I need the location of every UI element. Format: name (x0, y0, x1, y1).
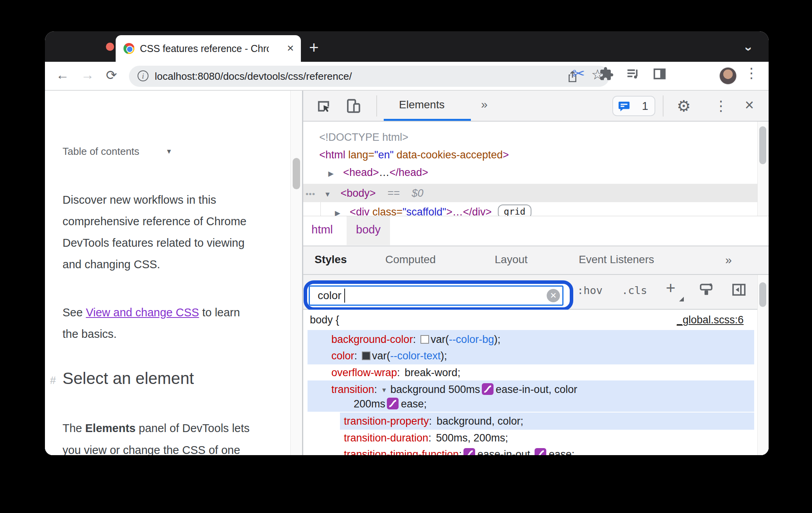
chrome-logo-icon (123, 43, 134, 54)
new-style-rule-dropdown-icon[interactable] (679, 297, 684, 301)
more-sidebar-tabs-icon[interactable]: » (725, 253, 732, 267)
see-also-paragraph: See View and change CSS to learn the bas… (63, 302, 281, 345)
new-style-rule-icon[interactable]: + (666, 279, 676, 298)
sidebar-tabs: Styles Computed Layout Event Listeners » (303, 246, 769, 275)
css-declaration-overflow-wrap[interactable]: overflow-wrap:break-word; (331, 364, 460, 381)
stylesheet-source-link[interactable]: _global.scss:6 (677, 311, 744, 328)
browser-window: CSS features reference - Chrom × + › ← →… (45, 31, 769, 455)
elements-paragraph: The Elements panel of DevTools lets you … (63, 417, 281, 455)
dom-tree-scrollbar[interactable] (757, 122, 769, 216)
extensions-puzzle-icon[interactable] (599, 66, 617, 84)
inspect-element-icon[interactable] (315, 98, 332, 114)
active-tab-underline (384, 119, 471, 121)
css-declaration-transition-timing-function[interactable]: transition-timing-function:ease-in-out,e… (344, 446, 574, 455)
toolbar-divider (376, 95, 377, 117)
css-declaration-background-color[interactable]: background-color:var(--color-bg); (331, 331, 501, 348)
browser-menu-icon[interactable]: ⋮ (744, 65, 762, 83)
dom-breadcrumbs: html body (303, 216, 769, 246)
dom-node-html[interactable]: <html lang="en" data-cookies-accepted> (303, 146, 757, 163)
styles-filter-row: ✕ :hov .cls + (303, 275, 769, 310)
breadcrumb-html[interactable]: html (311, 223, 333, 236)
settings-gear-icon[interactable]: ⚙ (677, 97, 691, 115)
breadcrumb-body[interactable]: body (347, 216, 390, 245)
bezier-editor-icon[interactable] (387, 398, 399, 409)
clear-filter-icon[interactable]: ✕ (547, 289, 560, 302)
reload-icon[interactable]: ⟳ (106, 67, 117, 83)
tab-event-listeners[interactable]: Event Listeners (579, 253, 654, 266)
styles-pane: body { _global.scss:6 background-color:v… (303, 310, 757, 455)
forward-icon[interactable]: → (81, 67, 94, 83)
tab-close-icon[interactable]: × (287, 41, 294, 55)
dom-node-doctype[interactable]: <!DOCTYPE html> (303, 128, 757, 146)
address-bar: ← → ⟳ i localhost:8080/docs/devtools/css… (45, 62, 769, 91)
styles-pane-scrollbar-thumb[interactable] (759, 282, 766, 307)
css-declaration-color[interactable]: color:var(--color-text); (331, 347, 447, 364)
expand-shorthand-icon[interactable]: ▼ (381, 387, 387, 393)
toc-dropdown-icon[interactable]: ▼ (166, 148, 172, 156)
scissors-extension-icon[interactable]: ✂ (572, 65, 590, 83)
computed-styles-sidebar-icon[interactable] (731, 282, 747, 298)
page-vertical-scrollbar-thumb[interactable] (293, 158, 300, 189)
playlist-extension-icon[interactable] (626, 66, 644, 84)
page-content: Table of contents ▼ Discover new workflo… (45, 91, 302, 455)
devtools-menu-icon[interactable]: ⋮ (714, 98, 728, 114)
heading-anchor-hash[interactable]: # (50, 375, 56, 387)
tab-styles[interactable]: Styles (315, 253, 347, 266)
new-tab-button[interactable]: + (309, 38, 319, 57)
devtools-panel: Elements » 1 ⚙ ⋮ × (303, 91, 769, 455)
side-panel-icon[interactable] (652, 66, 670, 84)
devtools-toolbar: Elements » 1 ⚙ ⋮ × (303, 91, 769, 122)
page-vertical-scrollbar[interactable] (290, 91, 302, 455)
issues-bubble-icon (618, 100, 630, 112)
tab-search-chevron-icon[interactable]: › (742, 47, 757, 51)
collapse-arrow-icon[interactable]: ▼ (324, 190, 331, 198)
css-declaration-transition-property[interactable]: transition-property:background, color; (344, 413, 523, 430)
tab-elements[interactable]: Elements (399, 99, 445, 111)
toggle-pseudo-class-button[interactable]: :hov (577, 284, 603, 296)
content-area: Table of contents ▼ Discover new workflo… (45, 91, 769, 455)
url-text: localhost:8080/docs/devtools/css/referen… (155, 70, 352, 83)
styles-filter-input[interactable] (309, 285, 563, 306)
back-icon[interactable]: ← (56, 67, 69, 83)
tab-title: CSS features reference - Chrom (140, 43, 269, 54)
titlebar: CSS features reference - Chrom × + › (45, 31, 769, 62)
table-of-contents-toggle[interactable]: Table of contents (63, 145, 140, 158)
profile-avatar[interactable] (719, 67, 737, 84)
dom-node-body-selected[interactable]: ••• ▼ <body> == $0 (303, 184, 757, 202)
bezier-editor-icon[interactable] (463, 448, 475, 455)
browser-tab[interactable]: CSS features reference - Chrom × (116, 35, 301, 62)
color-swatch[interactable] (362, 352, 370, 360)
css-declaration-transition-wrap[interactable]: 200msease; (354, 395, 427, 413)
dom-tree-scrollbar-thumb[interactable] (759, 126, 766, 164)
expand-arrow-icon[interactable]: ▶ (328, 170, 334, 178)
dom-gutter-dots-icon[interactable]: ••• (306, 189, 315, 198)
device-toolbar-icon[interactable] (345, 98, 361, 114)
intro-paragraph: Discover new workflows in this comprehen… (63, 189, 281, 275)
issues-button[interactable]: 1 (612, 96, 655, 116)
section-heading: Select an element (63, 369, 194, 388)
close-window-button[interactable] (106, 43, 114, 51)
toggle-class-button[interactable]: .cls (622, 284, 647, 296)
css-rule-selector[interactable]: body { (310, 311, 339, 328)
bezier-editor-icon[interactable] (535, 448, 546, 455)
issues-count: 1 (642, 100, 648, 113)
styles-pane-scrollbar[interactable] (757, 275, 769, 455)
toolbar-divider (663, 95, 664, 117)
bezier-editor-icon[interactable] (482, 383, 494, 395)
site-info-icon[interactable]: i (138, 70, 148, 81)
view-and-change-css-link[interactable]: View and change CSS (86, 306, 199, 319)
more-tabs-icon[interactable]: » (481, 98, 488, 111)
filter-highlight-ring: ✕ (304, 280, 573, 311)
tab-computed[interactable]: Computed (385, 253, 436, 266)
text-caret (344, 289, 345, 303)
css-declaration-transition-duration[interactable]: transition-duration:500ms, 200ms; (344, 429, 508, 447)
rendering-emulation-icon[interactable] (699, 282, 714, 298)
devtools-close-icon[interactable]: × (745, 96, 754, 114)
tab-layout[interactable]: Layout (495, 253, 528, 266)
color-swatch[interactable] (420, 335, 429, 344)
url-omnibox[interactable]: i localhost:8080/docs/devtools/css/refer… (129, 66, 610, 87)
dom-node-head[interactable]: ▶ <head>…</head> (303, 163, 757, 181)
